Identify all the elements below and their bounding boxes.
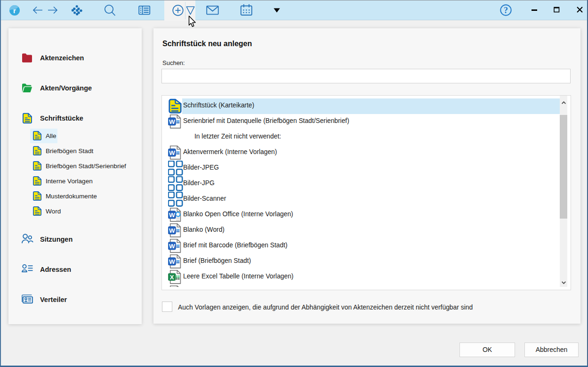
svg-text:?: ? [504, 6, 508, 15]
svg-text:r: r [13, 7, 16, 15]
